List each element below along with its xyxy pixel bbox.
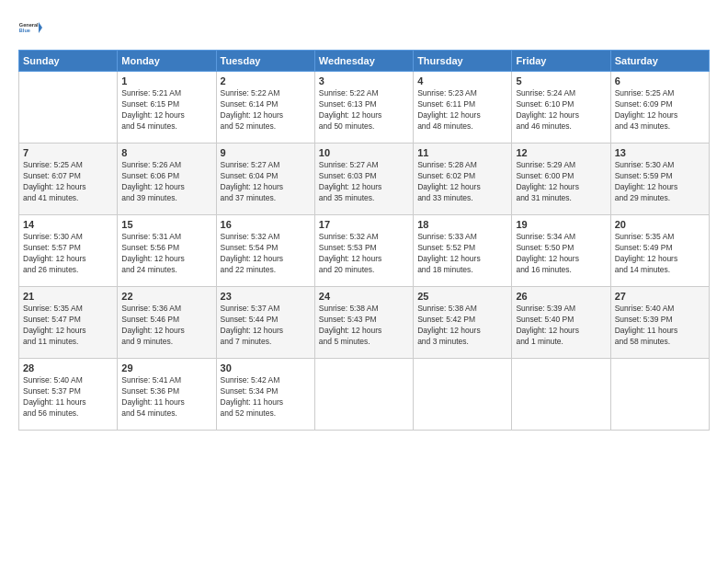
calendar-cell: 7Sunrise: 5:25 AM Sunset: 6:07 PM Daylig…: [19, 144, 118, 215]
calendar-cell: 15Sunrise: 5:31 AM Sunset: 5:56 PM Dayli…: [118, 215, 216, 287]
header: GeneralBlue: [18, 15, 710, 40]
logo-icon: GeneralBlue: [18, 15, 44, 40]
day-number: 28: [23, 362, 113, 373]
calendar-cell: 6Sunrise: 5:25 AM Sunset: 6:09 PM Daylig…: [610, 72, 709, 144]
day-number: 21: [23, 291, 113, 302]
calendar-cell: 9Sunrise: 5:27 AM Sunset: 6:04 PM Daylig…: [216, 144, 314, 215]
day-info: Sunrise: 5:35 AM Sunset: 5:49 PM Dayligh…: [615, 232, 705, 276]
day-number: 22: [121, 291, 211, 302]
day-number: 16: [221, 219, 311, 230]
weekday-header-thursday: Thursday: [414, 51, 512, 72]
day-number: 3: [319, 75, 409, 86]
calendar-cell: 26Sunrise: 5:39 AM Sunset: 5:40 PM Dayli…: [512, 287, 610, 359]
day-info: Sunrise: 5:34 AM Sunset: 5:50 PM Dayligh…: [516, 232, 606, 276]
day-number: 13: [615, 147, 705, 158]
day-number: 9: [221, 147, 311, 158]
day-number: 30: [221, 362, 311, 373]
calendar-cell: [414, 359, 512, 431]
svg-text:Blue: Blue: [19, 28, 30, 33]
day-info: Sunrise: 5:41 AM Sunset: 5:36 PM Dayligh…: [121, 375, 211, 419]
day-number: 2: [221, 75, 311, 86]
day-info: Sunrise: 5:37 AM Sunset: 5:44 PM Dayligh…: [221, 304, 311, 348]
calendar-cell: 21Sunrise: 5:35 AM Sunset: 5:47 PM Dayli…: [19, 287, 118, 359]
weekday-header-tuesday: Tuesday: [216, 51, 314, 72]
day-number: 18: [417, 219, 507, 230]
day-info: Sunrise: 5:23 AM Sunset: 6:11 PM Dayligh…: [417, 88, 507, 132]
day-info: Sunrise: 5:42 AM Sunset: 5:34 PM Dayligh…: [221, 375, 311, 419]
svg-text:General: General: [19, 22, 39, 28]
day-info: Sunrise: 5:40 AM Sunset: 5:39 PM Dayligh…: [615, 304, 705, 348]
calendar-cell: 18Sunrise: 5:33 AM Sunset: 5:52 PM Dayli…: [414, 215, 512, 287]
calendar-cell: 25Sunrise: 5:38 AM Sunset: 5:42 PM Dayli…: [414, 287, 512, 359]
day-number: 11: [417, 147, 507, 158]
day-info: Sunrise: 5:32 AM Sunset: 5:54 PM Dayligh…: [221, 232, 311, 276]
day-info: Sunrise: 5:36 AM Sunset: 5:46 PM Dayligh…: [121, 304, 211, 348]
calendar-cell: [19, 72, 118, 144]
calendar-cell: 3Sunrise: 5:22 AM Sunset: 6:13 PM Daylig…: [314, 72, 413, 144]
day-number: 12: [516, 147, 606, 158]
calendar-cell: 14Sunrise: 5:30 AM Sunset: 5:57 PM Dayli…: [19, 215, 118, 287]
calendar-cell: 27Sunrise: 5:40 AM Sunset: 5:39 PM Dayli…: [610, 287, 709, 359]
day-number: 10: [319, 147, 409, 158]
calendar-cell: [314, 359, 413, 431]
day-number: 14: [23, 219, 113, 230]
calendar-cell: 24Sunrise: 5:38 AM Sunset: 5:43 PM Dayli…: [314, 287, 413, 359]
day-info: Sunrise: 5:33 AM Sunset: 5:52 PM Dayligh…: [417, 232, 507, 276]
day-info: Sunrise: 5:40 AM Sunset: 5:37 PM Dayligh…: [23, 375, 113, 419]
calendar-cell: 5Sunrise: 5:24 AM Sunset: 6:10 PM Daylig…: [512, 72, 610, 144]
calendar-cell: 29Sunrise: 5:41 AM Sunset: 5:36 PM Dayli…: [118, 359, 216, 431]
weekday-header-monday: Monday: [118, 51, 216, 72]
day-info: Sunrise: 5:35 AM Sunset: 5:47 PM Dayligh…: [23, 304, 113, 348]
week-row-2: 14Sunrise: 5:30 AM Sunset: 5:57 PM Dayli…: [19, 215, 710, 287]
day-info: Sunrise: 5:38 AM Sunset: 5:43 PM Dayligh…: [319, 304, 409, 348]
day-number: 15: [121, 219, 211, 230]
day-number: 8: [121, 147, 211, 158]
calendar-cell: 30Sunrise: 5:42 AM Sunset: 5:34 PM Dayli…: [216, 359, 314, 431]
calendar-cell: [610, 359, 709, 431]
day-info: Sunrise: 5:31 AM Sunset: 5:56 PM Dayligh…: [121, 232, 211, 276]
weekday-header-sunday: Sunday: [19, 51, 118, 72]
day-number: 5: [516, 75, 606, 86]
day-number: 7: [23, 147, 113, 158]
calendar-cell: 12Sunrise: 5:29 AM Sunset: 6:00 PM Dayli…: [512, 144, 610, 215]
calendar-cell: 16Sunrise: 5:32 AM Sunset: 5:54 PM Dayli…: [216, 215, 314, 287]
day-info: Sunrise: 5:26 AM Sunset: 6:06 PM Dayligh…: [121, 160, 211, 204]
day-number: 29: [121, 362, 211, 373]
day-info: Sunrise: 5:28 AM Sunset: 6:02 PM Dayligh…: [417, 160, 507, 204]
calendar-cell: 22Sunrise: 5:36 AM Sunset: 5:46 PM Dayli…: [118, 287, 216, 359]
day-info: Sunrise: 5:39 AM Sunset: 5:40 PM Dayligh…: [516, 304, 606, 348]
calendar-cell: 17Sunrise: 5:32 AM Sunset: 5:53 PM Dayli…: [314, 215, 413, 287]
page: GeneralBlue SundayMondayTuesdayWednesday…: [0, 0, 728, 563]
day-number: 24: [319, 291, 409, 302]
day-number: 20: [615, 219, 705, 230]
weekday-header-row: SundayMondayTuesdayWednesdayThursdayFrid…: [19, 51, 710, 72]
calendar-cell: 23Sunrise: 5:37 AM Sunset: 5:44 PM Dayli…: [216, 287, 314, 359]
weekday-header-saturday: Saturday: [610, 51, 709, 72]
weekday-header-friday: Friday: [512, 51, 610, 72]
calendar-cell: [512, 359, 610, 431]
day-info: Sunrise: 5:30 AM Sunset: 5:57 PM Dayligh…: [23, 232, 113, 276]
week-row-0: 1Sunrise: 5:21 AM Sunset: 6:15 PM Daylig…: [19, 72, 710, 144]
day-number: 19: [516, 219, 606, 230]
calendar-cell: 13Sunrise: 5:30 AM Sunset: 5:59 PM Dayli…: [610, 144, 709, 215]
calendar: SundayMondayTuesdayWednesdayThursdayFrid…: [18, 50, 710, 431]
day-number: 23: [221, 291, 311, 302]
day-number: 1: [121, 75, 211, 86]
day-info: Sunrise: 5:25 AM Sunset: 6:09 PM Dayligh…: [615, 88, 705, 132]
day-number: 6: [615, 75, 705, 86]
calendar-cell: 11Sunrise: 5:28 AM Sunset: 6:02 PM Dayli…: [414, 144, 512, 215]
calendar-cell: 1Sunrise: 5:21 AM Sunset: 6:15 PM Daylig…: [118, 72, 216, 144]
calendar-cell: 20Sunrise: 5:35 AM Sunset: 5:49 PM Dayli…: [610, 215, 709, 287]
day-info: Sunrise: 5:27 AM Sunset: 6:04 PM Dayligh…: [221, 160, 311, 204]
logo: GeneralBlue: [18, 15, 44, 40]
day-number: 4: [417, 75, 507, 86]
day-info: Sunrise: 5:22 AM Sunset: 6:13 PM Dayligh…: [319, 88, 409, 132]
day-info: Sunrise: 5:27 AM Sunset: 6:03 PM Dayligh…: [319, 160, 409, 204]
day-number: 17: [319, 219, 409, 230]
day-info: Sunrise: 5:38 AM Sunset: 5:42 PM Dayligh…: [417, 304, 507, 348]
week-row-1: 7Sunrise: 5:25 AM Sunset: 6:07 PM Daylig…: [19, 144, 710, 215]
day-info: Sunrise: 5:25 AM Sunset: 6:07 PM Dayligh…: [23, 160, 113, 204]
day-number: 26: [516, 291, 606, 302]
calendar-cell: 4Sunrise: 5:23 AM Sunset: 6:11 PM Daylig…: [414, 72, 512, 144]
day-number: 27: [615, 291, 705, 302]
